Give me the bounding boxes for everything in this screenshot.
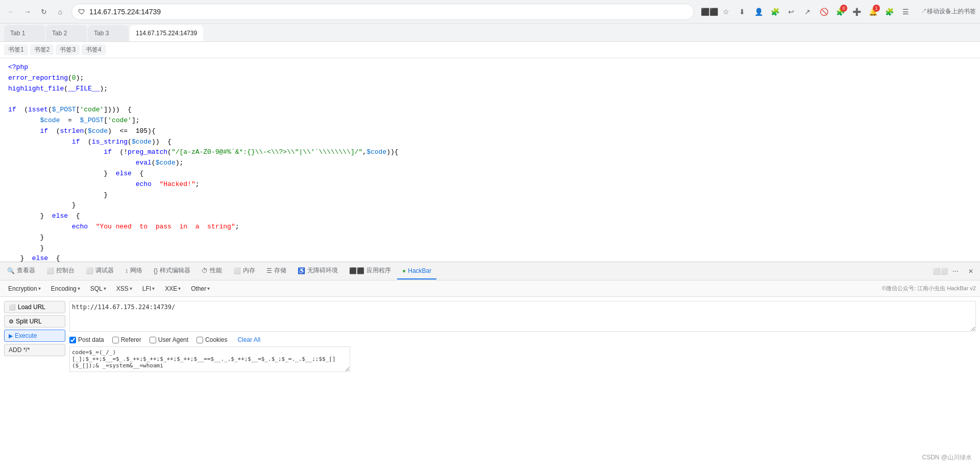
address-bar[interactable]: 🛡 114.67.175.224:14739 [71,4,694,20]
add-button[interactable]: ➕ [849,5,864,19]
post-data-label[interactable]: Post data [69,336,104,343]
encryption-label: Encryption [8,285,37,292]
code-line-15: } else { [8,211,972,222]
security-icon: 🛡 [78,8,85,16]
execute-button[interactable]: ▶ Execute [4,330,65,342]
share-button[interactable]: ↗ [800,5,815,19]
tab-application[interactable]: ⬛⬛ 应用程序 [344,263,396,279]
post-data-checkbox[interactable] [69,337,76,343]
tab-active[interactable]: 114.67.175.224:14739 [130,25,203,41]
code-line-12: echo "Hacked!"; [8,179,972,190]
block-button[interactable]: 🚫 [817,5,831,19]
tab-inspector[interactable]: 🔍 查看器 [2,263,40,279]
bookmark-4[interactable]: 书签4 [82,44,106,55]
history-back-button[interactable]: ↩ [784,5,798,19]
tab-debugger[interactable]: ⬜ 调试器 [81,263,119,279]
home-button[interactable]: ⌂ [53,5,67,19]
url-input[interactable] [69,301,976,332]
code-line-19: } else { [8,253,972,262]
bookmarks-bar: 书签1 书签2 书签3 书签4 [0,42,980,58]
xss-label: XSS [116,285,129,292]
sql-arrow: ▾ [104,286,106,291]
tab-network[interactable]: ↕ 网络 [120,263,148,279]
menu-xxe[interactable]: XXE ▾ [161,284,185,294]
lfi-arrow: ▾ [152,286,155,291]
tab-memory[interactable]: ⬜ 内存 [228,263,260,279]
tab-1[interactable]: Tab 1 [4,25,45,41]
encoding-arrow: ▾ [78,286,80,291]
code-line-8: if (is_string($code)) { [8,137,972,148]
bookmark-3[interactable]: 书签3 [56,44,80,55]
code-line-11: } else { [8,169,972,179]
hackbar-content: ⬜ Load URL ⚙ Split URL ▶ Execute ADD */* [0,297,980,378]
cookies-checkbox[interactable] [197,337,203,343]
addon-button[interactable]: 0 🧩 [833,5,847,19]
other-arrow: ▾ [207,286,210,291]
menu-other[interactable]: Other ▾ [187,284,214,294]
browser-chrome: ← → ↻ ⌂ 🛡 114.67.175.224:14739 ⬛⬛ ☆ ⬇ 👤 … [0,0,980,24]
browser-actions: ⬛⬛ ☆ ⬇ 👤 🧩 ↩ ↗ 🚫 0 🧩 ➕ 1 🔔 🧩 ☰ [702,5,913,19]
tab-3[interactable]: Tab 3 [88,25,129,41]
tab-hackbar[interactable]: ● HackBar [397,263,436,279]
bookmark-2[interactable]: 书签2 [30,44,54,55]
code-line-17: } [8,232,972,243]
extensions-button[interactable]: ⬛⬛ [702,5,717,19]
load-url-icon: ⬜ [9,304,16,311]
puzzle-button[interactable]: 🧩 [882,5,896,19]
encoding-label: Encoding [51,285,77,292]
tabs-bar: Tab 1 Tab 2 Tab 3 114.67.175.224:14739 [0,24,980,42]
execute-icon: ▶ [9,333,13,339]
bookmark-button[interactable]: ☆ [719,5,733,19]
code-line-1: <?php [8,62,972,73]
extensions2-button[interactable]: 🧩 [768,5,782,19]
debugger-icon: ⬜ [86,267,93,274]
main-area: <?php error_reporting(0); highlight_file… [0,58,980,466]
tab-storage[interactable]: ☰ 存储 [261,263,291,279]
menu-sql[interactable]: SQL ▾ [86,284,110,294]
add-button[interactable]: ADD */* [4,344,65,356]
tab-console[interactable]: ⬜ 控制台 [41,263,80,279]
account-button[interactable]: 👤 [751,5,766,19]
back-button[interactable]: ← [4,5,18,19]
cookies-label[interactable]: Cookies [197,336,227,343]
download-button[interactable]: ⬇ [735,5,749,19]
tab-2[interactable]: Tab 2 [46,25,87,41]
menu-xss[interactable]: XSS ▾ [112,284,136,294]
forward-button[interactable]: → [20,5,35,19]
referer-checkbox[interactable] [112,337,119,343]
menu-button[interactable]: ☰ [898,5,913,19]
load-url-button[interactable]: ⬜ Load URL [4,301,65,313]
code-line-6: $code = $_POST['code']; [8,115,972,126]
devtools-close[interactable]: ✕ [964,264,978,278]
menu-lfi[interactable]: LFI ▾ [138,284,159,294]
dt-right-actions: ⬜⬜ ⋯ ✕ [933,264,978,278]
mobile-bookmark-text: ↗移动设备上的书签 [921,7,976,16]
referer-label[interactable]: Referer [112,336,141,343]
code-line-14: } [8,200,972,211]
post-data-input[interactable] [69,346,350,372]
application-icon: ⬛⬛ [349,267,364,274]
tab-style[interactable]: {} 样式编辑器 [149,263,195,279]
menu-encoding[interactable]: Encoding ▾ [47,284,84,294]
split-url-icon: ⚙ [9,318,14,325]
encryption-arrow: ▾ [38,286,41,291]
inspector-icon: 🔍 [7,267,15,274]
bookmark-1[interactable]: 书签1 [4,44,28,55]
user-agent-label[interactable]: User Agent [150,336,188,343]
split-url-button[interactable]: ⚙ Split URL [4,315,65,328]
devtools-more[interactable]: ⋯ [948,264,963,278]
console-icon: ⬜ [46,267,54,274]
tab-accessibility[interactable]: ♿ 无障碍环境 [292,263,343,279]
code-line-3: highlight_file(__FILE__); [8,84,972,95]
tab-performance[interactable]: ⏱ 性能 [197,263,227,279]
clear-all-link[interactable]: Clear All [237,336,260,343]
performance-icon: ⏱ [202,267,208,274]
hackbar-left-panel: ⬜ Load URL ⚙ Split URL ▶ Execute ADD */* [4,301,65,356]
menu-encryption[interactable]: Encryption ▾ [4,284,45,294]
code-line-18: } [8,243,972,254]
devtools-undock[interactable]: ⬜⬜ [933,264,947,278]
reload-button[interactable]: ↻ [37,5,51,19]
user-agent-checkbox[interactable] [150,337,156,343]
notification-button[interactable]: 1 🔔 [866,5,880,19]
sql-label: SQL [90,285,103,292]
